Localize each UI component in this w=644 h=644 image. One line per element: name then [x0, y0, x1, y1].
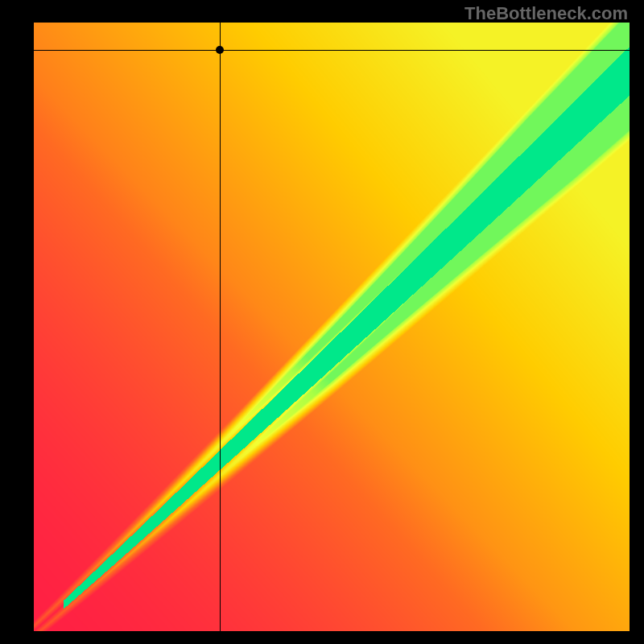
crosshair-horizontal [34, 50, 630, 51]
watermark-text: TheBottleneck.com [464, 3, 628, 24]
marker-dot [216, 46, 224, 54]
heatmap-canvas [34, 23, 630, 631]
heatmap-area [34, 23, 630, 631]
chart-container: TheBottleneck.com [0, 0, 644, 644]
crosshair-vertical [220, 23, 221, 631]
